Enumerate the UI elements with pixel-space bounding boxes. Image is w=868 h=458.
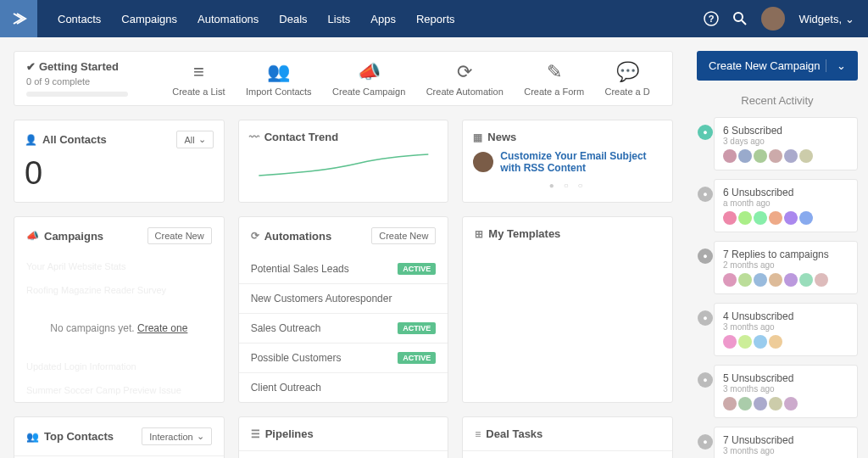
top-contacts-filter[interactable]: Interaction ⌄: [142, 427, 211, 445]
activity-bullet-icon: ●: [698, 125, 713, 140]
deal-tasks-card: ≡Deal Tasks CALL3 DAYS FROM NOWLUNCH7 DA…: [462, 416, 673, 458]
avatar: [754, 211, 767, 225]
activity-title: 7 Replies to campaigns: [723, 249, 849, 260]
activity-title: 7 Unsubscribed: [723, 434, 849, 446]
news-card: ▦News Customize Your Email Subject with …: [462, 120, 673, 203]
search-icon[interactable]: [732, 11, 748, 26]
logo[interactable]: [0, 0, 37, 37]
gs-list[interactable]: ≡Create a List: [172, 61, 225, 97]
svg-line-3: [742, 20, 746, 25]
avatar: [754, 335, 767, 349]
avatar: [738, 397, 752, 411]
news-avatar: [473, 152, 493, 172]
gs-label: Create Campaign: [332, 87, 405, 97]
card-title: Campaigns: [44, 230, 103, 243]
automation-row[interactable]: Sales OutreachACTIVE: [239, 313, 448, 343]
nav-campaigns[interactable]: Campaigns: [121, 13, 177, 25]
refresh-icon: ⟳: [426, 61, 504, 83]
megaphone-icon: 📣: [26, 230, 39, 242]
person-icon: 👤: [25, 134, 37, 146]
avatar: [784, 211, 798, 225]
contact-trend-card: 〰Contact Trend: [238, 120, 449, 203]
chevron-down-icon: ⌄: [826, 59, 846, 72]
activity-bullet-icon: ●: [698, 249, 713, 264]
activity-item[interactable]: ●6 Unsubscribeda month ago: [714, 179, 858, 232]
templates-card: ⊞My Templates: [462, 216, 673, 403]
avatar: [815, 273, 828, 287]
avatar: [769, 335, 782, 349]
nav-deals[interactable]: Deals: [279, 13, 307, 25]
automation-row[interactable]: Possible CustomersACTIVE: [239, 343, 448, 372]
create-new-campaign-button[interactable]: Create New Campaign ⌄: [697, 51, 858, 81]
gs-megaphone[interactable]: 📣Create Campaign: [332, 61, 405, 97]
pipeline-row[interactable]: Sales Leads$64,350: [239, 450, 448, 458]
avatar: [769, 273, 782, 287]
activity-title: 6 Subscribed: [723, 125, 849, 137]
create-campaign-button[interactable]: Create New: [147, 227, 212, 244]
activity-time: 3 months ago: [723, 322, 849, 332]
activity-title: 4 Unsubscribed: [723, 310, 849, 322]
contacts-filter-dropdown[interactable]: All ⌄: [176, 131, 213, 148]
pencil-icon: ✎: [524, 61, 584, 83]
news-icon: ▦: [473, 131, 482, 143]
pipelines-card: ☰Pipelines Sales Leads$64,350Vendors$7,5…: [238, 416, 449, 458]
activity-item[interactable]: ●7 Unsubscribed3 months ago: [714, 427, 858, 458]
avatar: [799, 273, 813, 287]
logo-icon: [10, 10, 27, 27]
gs-users[interactable]: 👥Import Contacts: [246, 61, 312, 97]
status-badge: ACTIVE: [398, 352, 436, 364]
avatar: [784, 149, 798, 163]
activity-time: 2 months ago: [723, 260, 849, 270]
gs-refresh[interactable]: ⟳Create Automation: [426, 61, 504, 97]
gs-pencil[interactable]: ✎Create a Form: [524, 61, 584, 97]
card-title: My Templates: [488, 227, 560, 240]
avatar: [799, 149, 813, 163]
avatar: [754, 149, 767, 163]
automation-row[interactable]: Potential Sales LeadsACTIVE: [239, 254, 448, 283]
user-avatar[interactable]: [761, 7, 785, 31]
list-icon: ≡: [172, 61, 225, 83]
gs-chat[interactable]: 💬Create a D: [605, 61, 650, 97]
avatar: [723, 397, 737, 411]
gs-label: Create a D: [605, 87, 650, 97]
contacts-count: 0: [25, 155, 214, 192]
account-menu[interactable]: Widgets, ⌄: [798, 13, 854, 25]
main-content: ✔Getting Started 0 of 9 complete ≡Create…: [0, 37, 687, 458]
getting-started-card: ✔Getting Started 0 of 9 complete ≡Create…: [14, 51, 673, 106]
activity-bullet-icon: ●: [698, 310, 713, 326]
status-badge: ACTIVE: [398, 263, 436, 275]
activity-item[interactable]: ●7 Replies to campaigns2 months ago: [714, 241, 858, 294]
news-pagination[interactable]: ● ○ ○: [473, 181, 662, 190]
deal-task-row[interactable]: CALL3 DAYS FROM NOW: [463, 450, 672, 458]
top-nav: ContactsCampaignsAutomationsDealsListsAp…: [0, 0, 868, 37]
campaigns-card: 📣Campaigns Create New Your April Website…: [14, 216, 225, 403]
nav-apps[interactable]: Apps: [370, 13, 396, 25]
chevron-down-icon: ⌄: [197, 431, 204, 442]
activity-title: 6 Unsubscribed: [723, 187, 849, 198]
activity-bullet-icon: ●: [698, 372, 713, 388]
create-one-link[interactable]: Create one: [137, 322, 187, 334]
chat-icon: 💬: [605, 61, 650, 83]
gs-label: Create a Form: [524, 87, 584, 97]
users-icon: 👥: [246, 61, 312, 83]
avatar: [738, 211, 752, 225]
news-headline[interactable]: Customize Your Email Subject with RSS Co…: [500, 150, 662, 174]
activity-item[interactable]: ●6 Subscribed3 days ago: [714, 117, 858, 170]
avatar: [754, 273, 767, 287]
activity-item[interactable]: ●5 Unsubscribed3 months ago: [714, 365, 858, 418]
grid-icon: ⊞: [475, 228, 483, 240]
tasks-icon: ≡: [475, 428, 481, 440]
create-automation-button[interactable]: Create New: [371, 227, 436, 244]
nav-contacts[interactable]: Contacts: [58, 13, 101, 25]
automation-row[interactable]: Client Outreach: [239, 372, 448, 402]
nav-lists[interactable]: Lists: [328, 13, 351, 25]
automations-card: ⟳Automations Create New Potential Sales …: [238, 216, 449, 403]
nav-reports[interactable]: Reports: [416, 13, 455, 25]
activity-item[interactable]: ●4 Unsubscribed3 months ago: [714, 303, 858, 356]
people-icon: 👥: [26, 431, 39, 443]
help-icon[interactable]: ?: [704, 11, 719, 26]
chevron-down-icon: ⌄: [845, 13, 854, 25]
campaigns-empty: No campaigns yet. Create one: [14, 302, 224, 355]
nav-automations[interactable]: Automations: [198, 13, 259, 25]
automation-row[interactable]: New Customers Autoresponder: [239, 283, 448, 313]
